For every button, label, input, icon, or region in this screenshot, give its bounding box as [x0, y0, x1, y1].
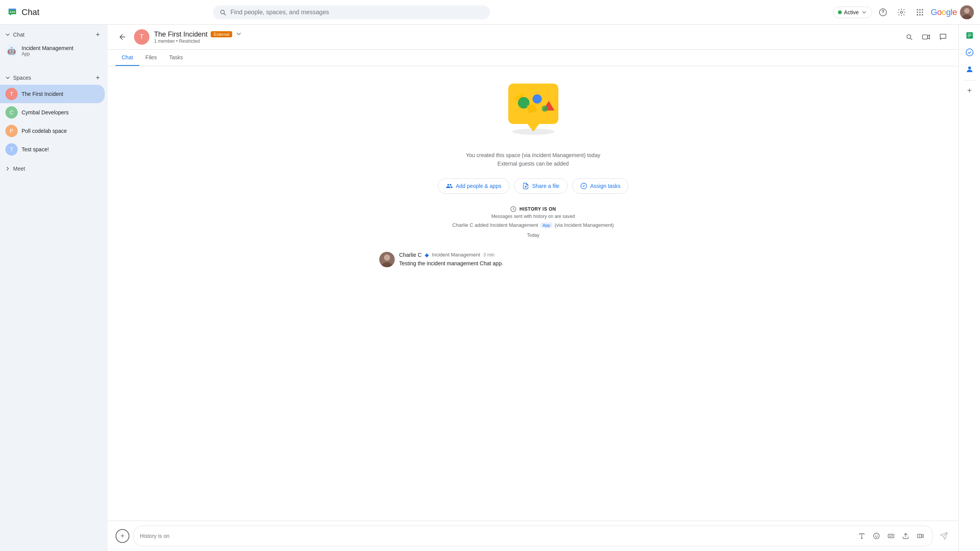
grid-icon: [916, 8, 924, 17]
tab-chat[interactable]: Chat: [116, 50, 139, 66]
format-text-button[interactable]: [856, 530, 868, 542]
svg-point-12: [922, 12, 923, 13]
sheets-panel-button[interactable]: [962, 28, 977, 43]
external-badge: External: [211, 31, 232, 37]
chat-header: T The First Incident External 1 member •…: [108, 25, 958, 50]
add-chat-button[interactable]: +: [92, 29, 103, 40]
user-avatar[interactable]: [960, 5, 974, 19]
chat-header-actions: [901, 29, 951, 45]
history-event: Charlie C added Incident Management App …: [452, 222, 614, 228]
help-button[interactable]: [875, 5, 891, 20]
send-icon: [940, 532, 948, 540]
format-text-icon: [858, 533, 865, 539]
search-messages-button[interactable]: [901, 29, 917, 45]
input-actions: [856, 530, 926, 542]
svg-point-8: [919, 9, 921, 10]
space-label-test-space: Test space!: [22, 146, 49, 152]
chat-header-name: The First Incident: [154, 30, 208, 39]
assign-tasks-icon: [580, 183, 587, 189]
today-divider: Today: [527, 233, 539, 238]
assign-tasks-label: Assign tasks: [590, 183, 621, 189]
space-avatar-p: P: [5, 125, 18, 137]
history-event-suffix: (via Incident Management): [554, 222, 614, 228]
svg-point-34: [877, 535, 878, 536]
chat-area: T The First Incident External 1 member •…: [108, 25, 958, 551]
upload-icon: [902, 533, 909, 539]
title-chevron-icon[interactable]: [235, 30, 242, 39]
sidebar-item-cymbal-developers[interactable]: C Cymbal Developers: [0, 103, 105, 122]
sidebar: Chat + 🤖 Incident Management App: [0, 25, 108, 551]
spaces-chevron-icon: [5, 75, 11, 81]
history-on-row: HISTORY IS ON: [510, 206, 556, 212]
share-file-icon: [522, 183, 529, 189]
status-indicator[interactable]: Active: [833, 7, 872, 18]
add-attachment-button[interactable]: +: [116, 529, 129, 543]
gif-icon: [888, 533, 895, 539]
add-space-button[interactable]: +: [92, 72, 103, 83]
tab-files[interactable]: Files: [139, 50, 163, 66]
share-file-button[interactable]: Share a file: [514, 178, 568, 194]
chat-header-title-row: The First Incident External: [154, 30, 897, 39]
history-sub-text: Messages sent with history on are saved: [491, 214, 575, 219]
share-file-label: Share a file: [532, 183, 560, 189]
space-label-the-first-incident: The First Incident: [22, 91, 63, 97]
send-button[interactable]: [937, 529, 951, 543]
svg-point-40: [968, 67, 971, 69]
topbar-right: Active: [833, 5, 974, 20]
spaces-section: Spaces + T The First Incident C Cymbal D…: [0, 68, 108, 160]
svg-point-3: [13, 11, 15, 12]
robot-icon: 🤖: [5, 45, 18, 57]
tasks-panel-button[interactable]: [962, 45, 977, 60]
space-label-cymbal-developers: Cymbal Developers: [22, 109, 69, 116]
sidebar-item-test-space[interactable]: T Test space!: [0, 140, 105, 159]
emoji-icon: [873, 533, 880, 539]
thread-button[interactable]: [935, 29, 951, 45]
status-dot: [838, 10, 842, 14]
assign-tasks-button[interactable]: Assign tasks: [572, 178, 629, 194]
right-panel-divider: [963, 80, 976, 80]
video-icon: [922, 33, 930, 41]
message-container: Charlie C ◆ Incident Management 3 min Te…: [379, 252, 687, 268]
svg-point-22: [533, 94, 542, 104]
video-message-button[interactable]: [914, 530, 926, 542]
meet-section: Meet: [0, 160, 108, 177]
meet-header[interactable]: Meet: [5, 163, 103, 174]
svg-point-32: [874, 533, 879, 539]
sidebar-item-poll-codelab[interactable]: P Poll codelab space: [0, 122, 105, 140]
space-label-poll-codelab: Poll codelab space: [22, 128, 67, 134]
search-icon: [219, 8, 226, 16]
thread-icon: [939, 33, 947, 41]
video-button[interactable]: [918, 29, 934, 45]
back-button[interactable]: [116, 30, 129, 44]
add-people-apps-button[interactable]: Add people & apps: [438, 178, 509, 194]
right-panel-add-button[interactable]: +: [963, 84, 977, 97]
meet-title: Meet: [13, 166, 25, 172]
gif-button[interactable]: [885, 530, 897, 542]
chat-section-header[interactable]: Chat +: [0, 26, 108, 42]
svg-rect-19: [923, 35, 928, 39]
emoji-button[interactable]: [870, 530, 883, 542]
search-input[interactable]: [230, 9, 484, 16]
sheets-icon: [965, 31, 974, 40]
sidebar-item-the-first-incident[interactable]: T The First Incident: [0, 85, 105, 103]
upload-button[interactable]: [900, 530, 912, 542]
sidebar-item-incident-management[interactable]: 🤖 Incident Management App: [0, 42, 108, 60]
chevron-right-icon: [5, 166, 11, 172]
settings-button[interactable]: [894, 5, 909, 20]
svg-point-5: [883, 13, 883, 14]
apps-button[interactable]: [912, 5, 928, 20]
person-icon: [965, 65, 974, 74]
chat-section-title: Chat: [5, 32, 25, 38]
main-layout: Chat + 🤖 Incident Management App: [0, 25, 980, 551]
spaces-section-header[interactable]: Spaces +: [0, 69, 108, 85]
message-input[interactable]: [140, 533, 853, 539]
svg-point-11: [919, 12, 921, 13]
svg-point-26: [542, 106, 548, 112]
gear-icon: [897, 8, 906, 17]
person-panel-button[interactable]: [962, 62, 977, 77]
svg-point-37: [919, 536, 920, 537]
svg-point-9: [922, 9, 923, 10]
tab-tasks[interactable]: Tasks: [163, 50, 189, 66]
add-people-label: Add people & apps: [456, 183, 501, 189]
back-arrow-icon: [118, 33, 127, 41]
